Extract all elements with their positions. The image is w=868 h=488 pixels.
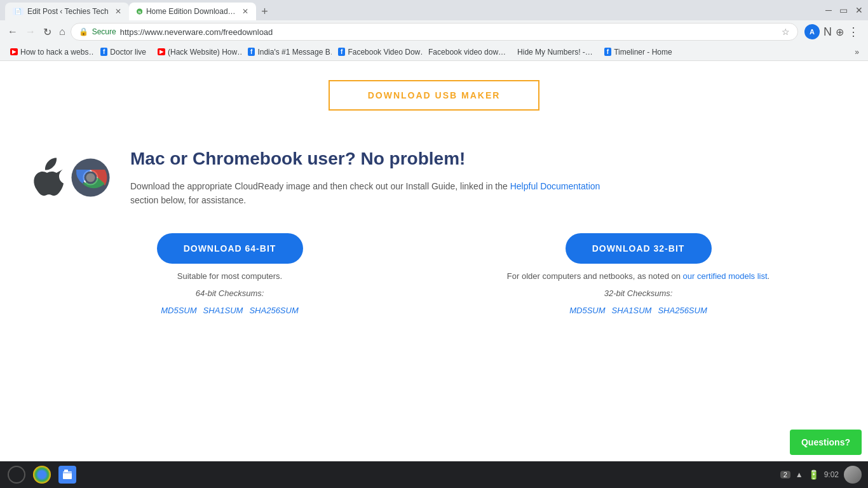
tab2-close[interactable]: ✕ xyxy=(242,7,248,16)
chromebook-icon xyxy=(70,157,111,198)
download-64-col: DOWNLOAD 64-BIT Suitable for most comput… xyxy=(25,233,434,315)
bookmark-how-to-hack[interactable]: ▶ How to hack a webs… xyxy=(5,46,94,58)
usb-download-section: DOWNLOAD USB MAKER xyxy=(25,80,843,111)
taskbar-right-area: 2 ▲ 🔋 9:02 xyxy=(780,466,862,484)
wifi-icon: ▲ xyxy=(796,470,803,479)
address-bar: ← → ↻ ⌂ 🔒 Secure https://www.neverware.c… xyxy=(0,20,868,43)
bookmark-label: Doctor live xyxy=(110,48,146,57)
page-wrapper: DOWNLOAD USB MAKER xyxy=(0,61,868,341)
tab2-label: Home Edition Download… xyxy=(146,7,236,16)
bookmark-label: India's #1 Message B… xyxy=(257,48,332,57)
facebook-icon3: f xyxy=(338,48,345,56)
cast-icon[interactable]: ⊕ xyxy=(836,26,844,38)
close-button[interactable]: ✕ xyxy=(855,5,863,15)
notification-badge: 2 xyxy=(780,471,790,478)
profile-area: A N ⊕ ⋮ xyxy=(801,24,863,39)
facebook-icon4: f xyxy=(604,48,611,56)
mac-desc-text2: section below, for assistance. xyxy=(130,195,246,205)
checksum-64-links: MD5SUM SHA1SUM SHA256SUM xyxy=(161,306,299,315)
battery-icon: 🔋 xyxy=(808,470,819,480)
forward-button[interactable]: → xyxy=(23,24,38,40)
maximize-button[interactable]: ▭ xyxy=(839,5,848,15)
taskbar-files-icon[interactable] xyxy=(57,464,78,485)
taskbar-chrome-icon[interactable] xyxy=(32,464,52,485)
svg-text:N: N xyxy=(138,10,140,14)
extensions-icon[interactable]: N xyxy=(824,25,832,39)
md5sum-64-link[interactable]: MD5SUM xyxy=(161,306,196,315)
checksums-32-label: 32-bit Checksums: xyxy=(604,288,673,298)
sha256sum-32-link[interactable]: SHA256SUM xyxy=(658,306,707,315)
facebook-icon: f xyxy=(100,48,107,56)
minimize-button[interactable]: ─ xyxy=(825,5,832,15)
questions-button[interactable]: Questions? xyxy=(790,430,862,455)
bookmark-timeliner[interactable]: f Timeliner - Home xyxy=(599,46,677,58)
tab1-close[interactable]: ✕ xyxy=(115,7,121,16)
url-bar[interactable]: 🔒 Secure https://www.neverware.com/freed… xyxy=(71,23,798,41)
home-button[interactable]: ⌂ xyxy=(57,24,68,40)
download-buttons-row: DOWNLOAD 64-BIT Suitable for most comput… xyxy=(25,233,843,315)
tabs-area: 📄 Edit Post ‹ Techies Tech ✕ N Home Edit… xyxy=(5,0,274,20)
tab2-favicon: N xyxy=(137,7,142,16)
checksum-32-links: MD5SUM SHA1SUM SHA256SUM xyxy=(569,306,707,315)
bookmark-label: (Hack Website) How… xyxy=(168,48,241,57)
menu-button[interactable]: ⋮ xyxy=(848,25,859,39)
tab1-label: Edit Post ‹ Techies Tech xyxy=(27,7,109,16)
main-content: DOWNLOAD USB MAKER xyxy=(0,61,868,461)
bookmark-label: Hide My Numbers! -… xyxy=(517,48,593,57)
suitable-text: Suitable for most computers. xyxy=(177,271,282,281)
apple-icon xyxy=(25,155,64,200)
secure-label: Secure xyxy=(92,27,116,36)
back-button[interactable]: ← xyxy=(5,24,20,40)
sha1sum-64-link[interactable]: SHA1SUM xyxy=(203,306,243,315)
taskbar-launcher[interactable] xyxy=(6,464,27,485)
youtube-icon2: ▶ xyxy=(158,48,165,55)
download-32-button[interactable]: DOWNLOAD 32-BIT xyxy=(566,233,712,264)
reload-button[interactable]: ↻ xyxy=(41,24,54,41)
bookmark-fb-video2[interactable]: Facebook video dow… xyxy=(423,46,511,58)
bookmark-label: Timeliner - Home xyxy=(614,48,672,57)
tab-1[interactable]: 📄 Edit Post ‹ Techies Tech ✕ xyxy=(5,3,129,20)
download-32-col: DOWNLOAD 32-BIT For older computers and … xyxy=(434,233,843,315)
md5sum-32-link[interactable]: MD5SUM xyxy=(569,306,605,315)
chrome-icon xyxy=(33,466,51,484)
tab-2[interactable]: N Home Edition Download… ✕ xyxy=(129,3,256,20)
browser-chrome: 📄 Edit Post ‹ Techies Tech ✕ N Home Edit… xyxy=(0,0,868,61)
mac-section-description: Download the appropriate CloudReady imag… xyxy=(130,179,607,208)
helpful-docs-link[interactable]: Helpful Documentation xyxy=(510,181,600,191)
sha256sum-64-link[interactable]: SHA256SUM xyxy=(249,306,298,315)
svg-point-5 xyxy=(86,173,95,182)
platform-icons xyxy=(25,149,111,200)
bookmark-hack-website[interactable]: ▶ (Hack Website) How… xyxy=(153,46,241,58)
older-text: For older computers and netbooks, as not… xyxy=(507,271,770,281)
certified-models-link[interactable]: our certified models list xyxy=(683,271,768,281)
more-bookmarks-button[interactable]: » xyxy=(851,46,863,58)
profile-icon[interactable]: A xyxy=(804,24,820,39)
bookmark-doctor-live[interactable]: f Doctor live xyxy=(95,46,151,58)
sha1sum-32-link[interactable]: SHA1SUM xyxy=(612,306,652,315)
usb-download-button[interactable]: DOWNLOAD USB MAKER xyxy=(329,80,540,111)
bookmark-hide-numbers[interactable]: Hide My Numbers! -… xyxy=(512,46,598,58)
window-controls: ─ ▭ ✕ xyxy=(825,5,863,15)
svg-rect-7 xyxy=(64,470,68,472)
files-icon xyxy=(58,466,76,484)
user-avatar[interactable] xyxy=(844,466,862,484)
bookmark-star-icon[interactable]: ☆ xyxy=(782,27,790,37)
mac-section: Mac or Chromebook user? No problem! Down… xyxy=(25,149,843,208)
bookmark-india-message[interactable]: f India's #1 Message B… xyxy=(243,46,332,58)
bookmarks-bar: ▶ How to hack a webs… f Doctor live ▶ (H… xyxy=(0,43,868,61)
download-64-button[interactable]: DOWNLOAD 64-BIT xyxy=(157,233,303,264)
bookmark-label: Facebook video dow… xyxy=(428,48,506,57)
mac-section-title: Mac or Chromebook user? No problem! xyxy=(130,149,843,169)
bookmark-label: Facebook Video Dow… xyxy=(348,48,422,57)
new-tab-button[interactable]: + xyxy=(256,3,274,20)
mac-section-content: Mac or Chromebook user? No problem! Down… xyxy=(130,149,843,208)
avatar-image xyxy=(844,466,862,484)
title-bar: 📄 Edit Post ‹ Techies Tech ✕ N Home Edit… xyxy=(0,0,868,20)
youtube-icon: ▶ xyxy=(10,48,18,55)
facebook-icon2: f xyxy=(248,48,255,56)
bookmark-fb-video1[interactable]: f Facebook Video Dow… xyxy=(333,46,422,58)
tab1-favicon: 📄 xyxy=(13,8,24,15)
secure-icon: 🔒 xyxy=(79,27,88,36)
checksums-64-label: 64-bit Checksums: xyxy=(196,288,264,298)
clock: 9:02 xyxy=(824,470,839,479)
